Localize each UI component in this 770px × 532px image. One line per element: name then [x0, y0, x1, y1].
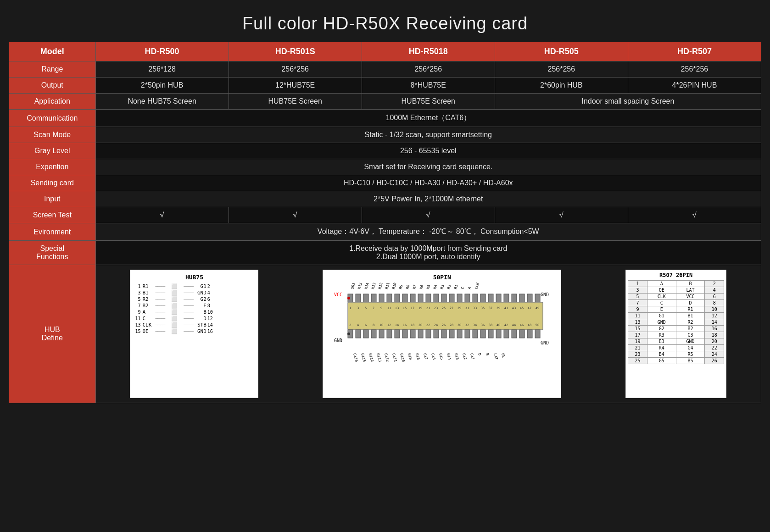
- svg-rect-107: [434, 330, 439, 338]
- r507-table-row: 7CD8: [628, 300, 724, 306]
- svg-rect-36: [473, 294, 478, 302]
- svg-text:R8: R8: [406, 284, 411, 290]
- row-data-cell: √: [362, 207, 495, 223]
- row-data-cell: 256*128: [95, 61, 229, 78]
- svg-text:R11: R11: [385, 283, 391, 290]
- svg-rect-22: [363, 294, 368, 302]
- svg-rect-115: [496, 330, 501, 338]
- row-label: Range: [9, 61, 96, 78]
- hub75-row: 15OE────⬜────GND16: [134, 328, 254, 334]
- svg-text:23: 23: [434, 306, 438, 310]
- table-row: Communication1000M Ethernet（CAT6）: [9, 110, 761, 127]
- svg-rect-42: [519, 294, 524, 302]
- svg-text:26: 26: [442, 323, 446, 327]
- svg-rect-105: [418, 330, 423, 338]
- r507-table-row: 13GNDR214: [628, 319, 724, 326]
- svg-text:Gi1: Gi1: [469, 353, 475, 360]
- svg-text:7: 7: [373, 306, 374, 310]
- svg-rect-26: [395, 294, 400, 302]
- row-data-cell: 12*HUB75E: [229, 78, 362, 94]
- svg-rect-117: [512, 330, 517, 338]
- svg-text:45: 45: [520, 306, 524, 310]
- svg-text:Gi3: Gi3: [454, 353, 459, 360]
- svg-text:R5: R5: [426, 284, 431, 290]
- svg-text:46: 46: [520, 323, 524, 327]
- svg-text:Gi15: Gi15: [360, 353, 367, 362]
- svg-text:Gi12: Gi12: [384, 353, 390, 362]
- svg-text:50: 50: [536, 323, 539, 327]
- svg-rect-37: [480, 294, 485, 302]
- svg-rect-30: [426, 294, 431, 302]
- svg-text:5: 5: [365, 306, 367, 310]
- r507-table-row: 3OELAT4: [628, 287, 724, 294]
- row-label: Input: [9, 191, 96, 207]
- svg-text:LAT: LAT: [493, 353, 498, 360]
- row-label: Sending card: [9, 175, 96, 191]
- row-data-cell: HUB75E Screen: [229, 94, 362, 110]
- svg-text:A: A: [468, 286, 472, 289]
- svg-rect-104: [410, 330, 415, 338]
- svg-text:2: 2: [349, 323, 351, 327]
- header-r505: HD-R505: [495, 42, 628, 61]
- row-label: Output: [9, 78, 96, 94]
- svg-rect-116: [504, 330, 509, 338]
- header-r5018: HD-R5018: [362, 42, 495, 61]
- svg-rect-31: [434, 294, 439, 302]
- svg-rect-33: [449, 294, 454, 302]
- svg-text:18: 18: [411, 323, 414, 327]
- svg-text:R10: R10: [392, 283, 397, 290]
- svg-text:16: 16: [403, 323, 407, 327]
- r507-table-row: 9ER110: [628, 306, 724, 313]
- svg-rect-28: [410, 294, 415, 302]
- hub-define-cell: HUB751R1────⬜────G123B1────⬜────GND45R2─…: [95, 265, 761, 403]
- svg-text:25: 25: [442, 306, 446, 310]
- hub75-row: 7B2────⬜────E8: [134, 303, 254, 309]
- page-title: Full color HD-R50X Receiving card: [9, 5, 761, 42]
- svg-text:30: 30: [458, 323, 461, 327]
- table-row: Output2*50pin HUB12*HUB75E8*HUB75E2*60pi…: [9, 78, 761, 94]
- svg-rect-32: [441, 294, 446, 302]
- svg-text:R14: R14: [364, 283, 370, 290]
- svg-rect-21: [356, 294, 361, 302]
- r507-title: R507 26PIN: [628, 272, 724, 278]
- row-data-cell: 256*256: [628, 61, 761, 78]
- hub75-row: 11C────⬜────D12: [134, 316, 254, 321]
- svg-text:31: 31: [465, 306, 469, 310]
- svg-text:41: 41: [504, 306, 508, 310]
- svg-rect-29: [418, 294, 423, 302]
- svg-text:1: 1: [349, 306, 351, 310]
- row-label: Screen Test: [9, 207, 96, 223]
- pin50-title: 50PIN: [327, 274, 557, 281]
- svg-rect-114: [488, 330, 493, 338]
- row-span-cell: HD-C10 / HD-C10C / HD-A30 / HD-A30+ / HD…: [95, 175, 761, 191]
- r507-table-row: 17R3G318: [628, 332, 724, 338]
- svg-text:35: 35: [481, 306, 485, 310]
- svg-text:Gi16: Gi16: [352, 353, 359, 362]
- row-label: Special Functions: [9, 241, 96, 265]
- svg-rect-38: [488, 294, 493, 302]
- svg-text:40: 40: [497, 323, 500, 327]
- svg-text:27: 27: [450, 306, 453, 310]
- row-data-cell: 2*50pin HUB: [95, 78, 229, 94]
- svg-text:8: 8: [373, 323, 374, 327]
- table-row: ExpentionSmart set for Receiving card se…: [9, 159, 761, 175]
- svg-text:R9: R9: [399, 284, 404, 290]
- svg-text:43: 43: [512, 306, 516, 310]
- svg-text:12: 12: [387, 323, 391, 327]
- svg-text:VCC: VCC: [334, 292, 342, 297]
- svg-rect-119: [527, 330, 532, 338]
- svg-text:20: 20: [418, 323, 422, 327]
- hub75-diagram: HUB751R1────⬜────G123B1────⬜────GND45R2─…: [130, 270, 258, 398]
- svg-text:R4: R4: [433, 284, 438, 290]
- svg-text:29: 29: [458, 306, 461, 310]
- r507-table-row: 21R4G422: [628, 345, 724, 351]
- svg-rect-97: [356, 330, 361, 338]
- header-model: Model: [9, 42, 96, 61]
- hub-define-row: HUB DefineHUB751R1────⬜────G123B1────⬜──…: [9, 265, 761, 403]
- svg-text:28: 28: [450, 323, 453, 327]
- row-label: Application: [9, 94, 96, 110]
- row-span-cell: 256 - 65535 level: [95, 143, 761, 159]
- svg-text:Gi5: Gi5: [438, 353, 444, 360]
- hub75-row: 13CLK────⬜────STB14: [134, 322, 254, 328]
- svg-rect-40: [504, 294, 509, 302]
